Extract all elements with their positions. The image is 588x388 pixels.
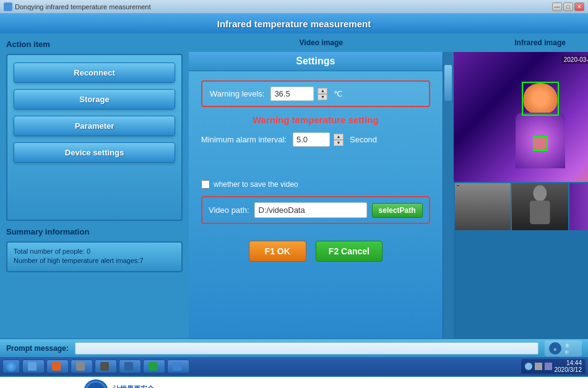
restore-button[interactable]: □ [563, 2, 573, 11]
video-path-box: Video path: selectPath [201, 196, 430, 224]
taskbar-item-1[interactable] [22, 360, 45, 373]
title-bar-controls: — □ ✕ [552, 2, 584, 11]
warning-levels-input[interactable] [270, 87, 314, 101]
taskbar-item-4[interactable] [95, 360, 117, 373]
security-icon [545, 363, 552, 370]
alarm-interval-label: Minimum alarm interval: [201, 135, 287, 144]
taskbar-item-6[interactable] [143, 360, 165, 373]
infrared-thumbnails [454, 182, 588, 231]
alarm-spin-down[interactable]: ▼ [334, 140, 344, 146]
title-bar: Donqying infrared temperature measuremen… [0, 0, 588, 14]
ok-button[interactable]: F1 OK [249, 241, 306, 262]
infrared-header: Infrared image [454, 33, 588, 52]
cancel-button[interactable]: F2 Cancel [316, 241, 383, 262]
svg-text:e: e [554, 347, 557, 352]
warning-spin-down[interactable]: ▼ [318, 94, 327, 100]
total-people-row: Total number of people: 0 [14, 248, 175, 255]
settings-body: Warning levels: ▲ ▼ ℃ Warning temperatur… [189, 71, 443, 271]
body-detection-rect [533, 136, 548, 151]
person-silhouette [503, 71, 577, 176]
parameter-button[interactable]: Parameter [14, 116, 175, 136]
infrared-main-image: 2020-03-12 14:44:42 35.9℃ [454, 52, 588, 182]
video-save-row: whether to save the video [201, 180, 430, 189]
taskbar-date: 2020/3/12 [555, 366, 582, 373]
action-buttons-container: Reconnect Storage Parameter Device setti… [6, 54, 183, 221]
svg-point-6 [86, 382, 106, 388]
app-title: Infrared temperature measurement [217, 19, 371, 29]
alarm-interval-input[interactable] [293, 132, 330, 147]
taskbar-item-5[interactable] [119, 360, 141, 373]
alarm-interval-row: Minimum alarm interval: ▲ ▼ Second [201, 132, 430, 147]
thumbnail-2[interactable] [512, 183, 568, 230]
window-title: Donqying infrared temperature measuremen… [15, 3, 151, 11]
warning-unit: ℃ [334, 89, 343, 98]
svg-text:影: 影 [565, 350, 569, 354]
face-detection-rect [522, 82, 559, 116]
taskbar-icon-3 [76, 362, 85, 371]
image-header: Video image Infrared image [189, 33, 588, 52]
brand-chinese: 让世界更安全 [113, 384, 168, 389]
taskbar-icon-1 [28, 362, 37, 371]
taskbar-items [22, 360, 519, 373]
taskbar-tray: 14:44 2020/3/12 [521, 359, 586, 374]
app-icon [4, 2, 12, 11]
brand-logo: 让世界更安全 Building A Safer World [84, 379, 168, 388]
bottom-branding: 让世界更安全 Building A Safer World web:www.ea… [0, 376, 588, 388]
video-header: Video image [189, 33, 454, 52]
thumbnail-3[interactable] [569, 183, 588, 230]
summary-section-title: Summary information [6, 227, 183, 236]
close-button[interactable]: ✕ [574, 2, 584, 11]
volume-icon [535, 363, 542, 370]
thumbnail-1[interactable] [455, 183, 511, 230]
infrared-timestamp: 2020-03-12 14:44:42 [562, 56, 588, 64]
video-path-label: Video path: [209, 205, 249, 215]
taskbar-item-7[interactable] [167, 360, 189, 373]
windows-logo [6, 361, 17, 372]
warning-temp-title: Warning temperature setting [201, 114, 430, 125]
logo-image [84, 379, 108, 388]
taskbar-icon-6 [149, 362, 157, 371]
taskbar-icon-4 [100, 362, 109, 371]
settings-title: Settings [189, 52, 443, 71]
brand-text: 让世界更安全 Building A Safer World [113, 384, 168, 389]
taskbar-icon-2 [52, 362, 61, 371]
summary-section: Total number of people: 0 Number of high… [6, 241, 183, 272]
taskbar-time: 14:44 [555, 360, 582, 366]
taskbar-icon-7 [173, 362, 181, 371]
main-area: Action item Reconnect Storage Parameter … [0, 33, 588, 338]
taskbar-icon-5 [124, 362, 133, 371]
taskbar-item-2[interactable] [46, 360, 69, 373]
video-save-label: whether to save the video [214, 180, 298, 189]
brand-logo-small: e 东 影 [545, 340, 582, 356]
start-button[interactable] [2, 360, 20, 373]
warning-levels-box: Warning levels: ▲ ▼ ℃ [201, 80, 430, 107]
video-path-input[interactable] [254, 202, 367, 218]
warning-spin-up[interactable]: ▲ [318, 88, 327, 94]
warning-spin-controls: ▲ ▼ [318, 88, 327, 100]
taskbar: 14:44 2020/3/12 [0, 357, 588, 376]
device-settings-button[interactable]: Device settings [14, 142, 175, 163]
settings-panel: Settings Warning levels: ▲ ▼ ℃ Warning t… [189, 52, 443, 338]
left-panel: Action item Reconnect Storage Parameter … [0, 33, 189, 338]
warning-levels-label: Warning levels: [210, 89, 264, 98]
high-temp-row: Number of high temperature alert images:… [14, 257, 175, 264]
network-icon [525, 363, 532, 370]
svg-text:东: 东 [565, 343, 569, 348]
storage-button[interactable]: Storage [14, 89, 175, 110]
taskbar-clock: 14:44 2020/3/12 [555, 360, 582, 373]
infrared-panel: 2020-03-12 14:44:42 35.9℃ [454, 52, 588, 338]
alarm-spin-up[interactable]: ▲ [334, 134, 344, 140]
app-title-bar: Infrared temperature measurement [0, 14, 588, 33]
prompt-input [75, 342, 538, 355]
minimize-button[interactable]: — [552, 2, 562, 11]
scroll-thumb[interactable] [444, 64, 452, 101]
select-path-button[interactable]: selectPath [372, 203, 423, 218]
alarm-unit: Second [350, 135, 377, 144]
scrollbar[interactable] [443, 52, 454, 338]
taskbar-item-3[interactable] [71, 360, 93, 373]
video-save-checkbox[interactable] [201, 180, 210, 189]
svg-rect-1 [530, 200, 550, 224]
prompt-label: Prompt message: [6, 344, 69, 353]
right-main: Video image Infrared image Settings Warn… [189, 33, 588, 338]
reconnect-button[interactable]: Reconnect [14, 63, 175, 83]
